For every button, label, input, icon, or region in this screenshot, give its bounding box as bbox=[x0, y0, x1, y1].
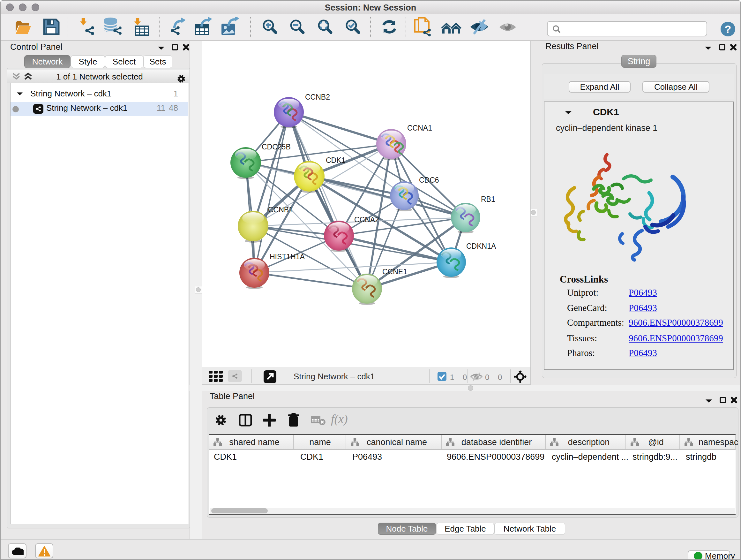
svg-text:CDC6: CDC6 bbox=[419, 176, 439, 184]
svg-text:CDK1: CDK1 bbox=[326, 156, 345, 165]
svg-text:CCNB1: CCNB1 bbox=[268, 206, 293, 214]
svg-text:CDC25B: CDC25B bbox=[262, 143, 291, 151]
svg-text:CCNA2: CCNA2 bbox=[354, 215, 379, 224]
svg-text:CCNB2: CCNB2 bbox=[305, 93, 330, 101]
svg-text:HIST1H1A: HIST1H1A bbox=[270, 253, 305, 261]
svg-text:?: ? bbox=[725, 23, 731, 35]
svg-text:CDKN1A: CDKN1A bbox=[466, 242, 496, 250]
svg-text:CCNA1: CCNA1 bbox=[407, 124, 432, 132]
svg-text:CCNE1: CCNE1 bbox=[382, 267, 407, 276]
svg-text:RB1: RB1 bbox=[481, 195, 495, 203]
